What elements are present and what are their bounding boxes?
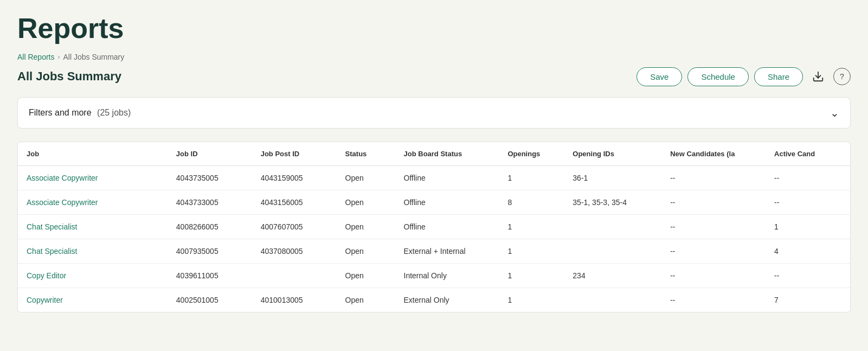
job-link[interactable]: Copywriter [27, 296, 63, 304]
cell-jobId: 4007935005 [168, 239, 252, 264]
table-row: Associate Copywriter40437330054043156005… [18, 190, 850, 215]
filters-count: (25 jobs) [97, 108, 131, 117]
cell-jobBoardStatus: Offline [395, 190, 499, 215]
cell-openings: 1 [499, 288, 564, 312]
cell-newCandidates: -- [661, 190, 766, 215]
cell-jobPostId: 4007607005 [252, 215, 337, 239]
table-body: Associate Copywriter40437350054043159005… [18, 166, 850, 312]
cell-openingIds: 36-1 [564, 166, 661, 190]
cell-activeCandidates: -- [766, 190, 850, 215]
cell-newCandidates: -- [661, 264, 766, 288]
col-header-openingids: Opening IDs [564, 142, 661, 166]
cell-newCandidates: -- [661, 215, 766, 239]
cell-jobPostId [252, 264, 337, 288]
cell-jobId: 4043733005 [168, 190, 252, 215]
job-link[interactable]: Associate Copywriter [27, 174, 98, 182]
cell-openingIds [564, 288, 661, 312]
table-row: Associate Copywriter40437350054043159005… [18, 166, 850, 190]
cell-jobId: 4043735005 [168, 166, 252, 190]
jobs-table-container: Job Job ID Job Post ID Status Job Board … [17, 142, 851, 312]
filters-label: Filters and more (25 jobs) [29, 108, 131, 118]
cell-jobId: 4008266005 [168, 215, 252, 239]
cell-jobBoardStatus: External + Internal [395, 239, 499, 264]
cell-status: Open [337, 264, 395, 288]
cell-openings: 1 [499, 166, 564, 190]
cell-status: Open [337, 166, 395, 190]
cell-jobPostId: 4037080005 [252, 239, 337, 264]
cell-jobPostId: 4043159005 [252, 166, 337, 190]
page-title: Reports [17, 13, 851, 44]
cell-jobPostId: 4043156005 [252, 190, 337, 215]
cell-openings: 1 [499, 239, 564, 264]
cell-status: Open [337, 190, 395, 215]
cell-status: Open [337, 239, 395, 264]
help-icon: ? [840, 72, 844, 81]
cell-openingIds: 234 [564, 264, 661, 288]
cell-activeCandidates: 4 [766, 239, 850, 264]
col-header-job: Job [18, 142, 168, 166]
cell-newCandidates: -- [661, 166, 766, 190]
download-button[interactable] [808, 67, 828, 86]
cell-jobBoardStatus: Internal Only [395, 264, 499, 288]
col-header-openings: Openings [499, 142, 564, 166]
cell-openingIds [564, 215, 661, 239]
filters-label-text: Filters and more [29, 108, 92, 117]
cell-activeCandidates: -- [766, 264, 850, 288]
job-link[interactable]: Copy Editor [27, 271, 66, 280]
cell-openings: 1 [499, 215, 564, 239]
breadcrumb-separator: › [57, 53, 60, 61]
cell-newCandidates: -- [661, 239, 766, 264]
cell-openingIds: 35-1, 35-3, 35-4 [564, 190, 661, 215]
table-row: Chat Specialist40082660054007607005OpenO… [18, 215, 850, 239]
cell-openingIds [564, 239, 661, 264]
col-header-boardstatus: Job Board Status [395, 142, 499, 166]
cell-status: Open [337, 288, 395, 312]
col-header-newcand: New Candidates (la [661, 142, 766, 166]
filters-bar[interactable]: Filters and more (25 jobs) ⌄ [17, 97, 851, 129]
job-link[interactable]: Chat Specialist [27, 222, 77, 231]
breadcrumb: All Reports › All Jobs Summary [17, 53, 851, 61]
breadcrumb-current: All Jobs Summary [63, 53, 124, 61]
page-container: Reports All Reports › All Jobs Summary A… [0, 0, 868, 326]
cell-openings: 8 [499, 190, 564, 215]
cell-jobBoardStatus: Offline [395, 215, 499, 239]
cell-jobPostId: 4010013005 [252, 288, 337, 312]
download-icon [812, 71, 824, 82]
col-header-jobid: Job ID [168, 142, 252, 166]
cell-activeCandidates: 1 [766, 215, 850, 239]
report-subtitle: All Jobs Summary [17, 69, 121, 84]
table-row: Copywriter40025010054010013005OpenExtern… [18, 288, 850, 312]
header-row: All Jobs Summary Save Schedule Share ? [17, 67, 851, 86]
cell-jobBoardStatus: External Only [395, 288, 499, 312]
help-button[interactable]: ? [833, 68, 851, 85]
header-actions: Save Schedule Share ? [636, 67, 851, 86]
job-link[interactable]: Chat Specialist [27, 247, 77, 256]
table-row: Chat Specialist40079350054037080005OpenE… [18, 239, 850, 264]
job-link[interactable]: Associate Copywriter [27, 198, 98, 207]
schedule-button[interactable]: Schedule [687, 67, 749, 86]
cell-jobBoardStatus: Offline [395, 166, 499, 190]
jobs-table: Job Job ID Job Post ID Status Job Board … [18, 142, 850, 312]
col-header-activecand: Active Cand [766, 142, 850, 166]
cell-jobId: 4002501005 [168, 288, 252, 312]
cell-newCandidates: -- [661, 288, 766, 312]
filters-chevron-icon[interactable]: ⌄ [830, 106, 839, 119]
cell-status: Open [337, 215, 395, 239]
col-header-postid: Job Post ID [252, 142, 337, 166]
save-button[interactable]: Save [636, 67, 682, 86]
breadcrumb-parent-link[interactable]: All Reports [17, 53, 54, 61]
col-header-status: Status [337, 142, 395, 166]
table-row: Copy Editor4039611005OpenInternal Only12… [18, 264, 850, 288]
cell-openings: 1 [499, 264, 564, 288]
share-button[interactable]: Share [754, 67, 803, 86]
cell-jobId: 4039611005 [168, 264, 252, 288]
cell-activeCandidates: -- [766, 166, 850, 190]
cell-activeCandidates: 7 [766, 288, 850, 312]
table-header-row: Job Job ID Job Post ID Status Job Board … [18, 142, 850, 166]
